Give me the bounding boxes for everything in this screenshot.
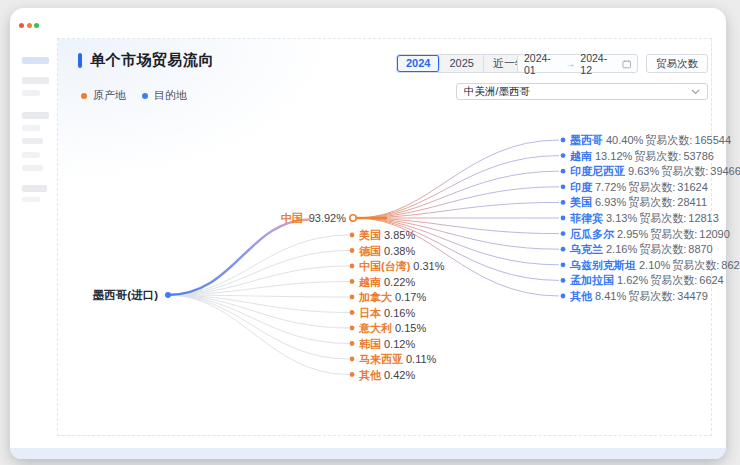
destination-node[interactable]: 越南13.12%贸易次数:53786 (570, 149, 716, 162)
title-accent-bar (78, 53, 82, 68)
root-node-label: 墨西哥(进口) (93, 289, 158, 301)
origin-pct: 0.38% (384, 244, 415, 256)
chevron-down-icon (701, 61, 702, 66)
destination-node[interactable]: 乌兹别克斯坦2.10%贸易次数:8625 (570, 258, 740, 271)
origin-pct: 0.15% (395, 322, 426, 334)
destination-meta: 2.95%贸易次数:12090 (617, 227, 732, 239)
destination-node[interactable]: 印度尼西亚9.63%贸易次数:39466 (570, 165, 740, 178)
sidebar-skeleton-bar (22, 77, 49, 84)
destination-node[interactable]: 厄瓜多尔2.95%贸易次数:12090 (570, 227, 732, 240)
destination-name: 其他 (570, 290, 592, 302)
sidebar-skeleton-bar (22, 152, 40, 158)
year-tab-group: 2024 2025 近一年 (396, 54, 536, 73)
origin-name: 美国 (359, 229, 381, 241)
info-circle-icon (652, 59, 653, 69)
destination-name: 乌兹别克斯坦 (570, 258, 636, 270)
sidebar-skeleton-bar (22, 57, 49, 64)
legend-origin-label: 原产地 (93, 88, 126, 103)
date-start[interactable]: 2024-01 (524, 52, 560, 76)
metric-dropdown[interactable]: 贸易次数 (646, 54, 708, 73)
origin-pct: 93.92% (309, 212, 346, 224)
destination-meta: 9.63%贸易次数:39466 (628, 165, 740, 177)
root-node[interactable]: 墨西哥(进口) (80, 289, 158, 302)
date-arrow: → (565, 58, 575, 69)
destination-meta: 3.13%贸易次数:12813 (606, 212, 721, 224)
page-title: 单个市场贸易流向 (90, 51, 214, 70)
destination-node[interactable]: 印度7.72%贸易次数:31624 (570, 180, 710, 193)
destination-name: 孟加拉国 (570, 274, 614, 286)
window-minimize-button[interactable] (27, 23, 32, 28)
destination-dot-icon (142, 93, 148, 99)
destination-name: 乌克兰 (570, 243, 603, 255)
sidebar-skeleton-bar (22, 112, 49, 119)
panel-header: 单个市场贸易流向 (78, 51, 214, 70)
destination-meta: 13.12%贸易次数:53786 (595, 149, 716, 161)
destination-node[interactable]: 墨西哥40.40%贸易次数:165544 (570, 134, 733, 147)
origin-node[interactable]: 其他0.42% (359, 368, 415, 381)
date-range-picker[interactable]: 2024-01 → 2024-12 (517, 54, 638, 73)
destination-node[interactable]: 菲律宾3.13%贸易次数:12813 (570, 212, 721, 225)
destination-name: 美国 (570, 196, 592, 208)
destination-name: 墨西哥 (570, 134, 603, 146)
origin-pct: 0.11% (406, 353, 436, 365)
market-select-value: 中美洲/墨西哥 (464, 85, 530, 99)
legend: 原产地 目的地 (81, 88, 187, 103)
origin-dot-icon (81, 93, 87, 99)
destination-node[interactable]: 美国6.93%贸易次数:28411 (570, 196, 709, 209)
destination-meta: 7.72%贸易次数:31624 (595, 180, 710, 192)
calendar-icon (622, 59, 631, 69)
legend-item-destination[interactable]: 目的地 (142, 88, 187, 103)
origin-pct: 0.16% (384, 306, 415, 318)
origin-node[interactable]: 马来西亚0.11% (359, 353, 436, 366)
origin-node[interactable]: 意大利0.15% (359, 322, 426, 335)
origin-name: 意大利 (359, 322, 392, 334)
sidebar-skeleton-bar (22, 90, 40, 96)
origin-name: 中国(台湾) (359, 260, 410, 272)
origin-pct: 0.31% (413, 260, 444, 272)
origin-name: 马来西亚 (359, 353, 403, 365)
origin-node[interactable]: 美国3.85% (359, 229, 415, 242)
metric-dropdown-value: 贸易次数 (656, 57, 698, 71)
origin-pct: 0.22% (384, 275, 415, 287)
destination-meta: 2.16%贸易次数:8870 (606, 243, 715, 255)
origin-name: 中国 (281, 212, 303, 224)
origin-node[interactable]: 加拿大0.17% (359, 291, 426, 304)
origin-pct: 0.17% (395, 291, 426, 303)
origin-name: 其他 (359, 368, 381, 380)
window-close-button[interactable] (19, 23, 24, 28)
origin-pct: 3.85% (384, 229, 415, 241)
origin-node[interactable]: 越南0.22% (359, 275, 415, 288)
tab-2024[interactable]: 2024 (397, 55, 440, 72)
destination-name: 越南 (570, 149, 592, 161)
sidebar-skeleton-bar (22, 138, 43, 144)
origin-node[interactable]: 韩国0.12% (359, 337, 415, 350)
app-window: 单个市场贸易流向 2024 2025 近一年 2024-01 → 2024-12… (10, 8, 726, 459)
destination-meta: 2.10%贸易次数:8625 (639, 258, 740, 270)
window-controls (19, 23, 39, 28)
destination-node[interactable]: 乌克兰2.16%贸易次数:8870 (570, 243, 715, 256)
origin-node[interactable]: 日本0.16% (359, 306, 415, 319)
origin-node[interactable]: 德国0.38% (359, 244, 415, 257)
tab-2025[interactable]: 2025 (440, 55, 483, 72)
origin-name: 加拿大 (359, 291, 392, 303)
destination-name: 菲律宾 (570, 212, 603, 224)
origin-pct: 0.42% (384, 368, 415, 380)
legend-destination-label: 目的地 (154, 88, 187, 103)
origin-pct: 0.12% (384, 337, 415, 349)
chevron-down-icon (691, 89, 700, 95)
market-select[interactable]: 中美洲/墨西哥 (456, 83, 708, 100)
legend-item-origin[interactable]: 原产地 (81, 88, 126, 103)
origin-name: 德国 (359, 244, 381, 256)
origin-node-china[interactable]: 中国 93.92% (262, 212, 346, 225)
origin-node[interactable]: 中国(台湾)0.31% (359, 260, 445, 273)
destination-node[interactable]: 其他8.41%贸易次数:34479 (570, 290, 710, 303)
sidebar-skeleton-bar (22, 197, 40, 202)
window-maximize-button[interactable] (34, 23, 39, 28)
destination-node[interactable]: 孟加拉国1.62%贸易次数:6624 (570, 274, 726, 287)
destination-name: 印度尼西亚 (570, 165, 625, 177)
date-end[interactable]: 2024-12 (580, 52, 616, 76)
origin-name: 韩国 (359, 337, 381, 349)
sidebar-skeleton-bar (22, 125, 40, 131)
origin-name: 日本 (359, 306, 381, 318)
sidebar-skeleton-bar (22, 165, 43, 171)
